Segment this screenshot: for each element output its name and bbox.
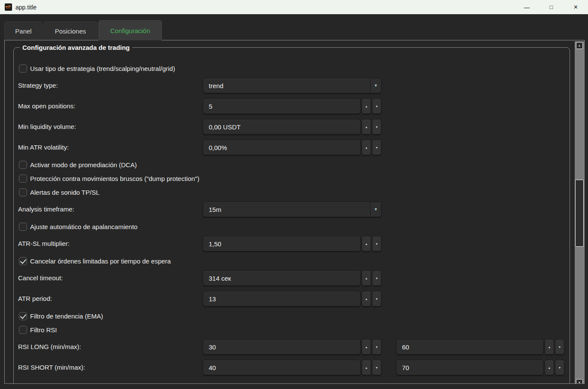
spin-down-button[interactable]: ▼ <box>372 270 381 286</box>
scroll-up-button[interactable]: ▲ <box>576 42 583 49</box>
spin-down-button[interactable]: ▼ <box>372 236 381 251</box>
spinbox-value: 1,50 <box>203 240 360 248</box>
spinbox-field[interactable]: 30 <box>203 339 361 355</box>
spin-up-button[interactable]: ▲ <box>545 360 554 375</box>
maximize-button[interactable]: □ <box>539 0 564 14</box>
spinbox-value: 60 <box>396 343 543 351</box>
spin-up-button[interactable]: ▲ <box>545 339 554 355</box>
spinbox-field[interactable]: 13 <box>203 291 361 306</box>
cancel-limit-orders-checkbox[interactable] <box>19 257 27 265</box>
row-max-open-positions: Max open positions: 5 ▲ ▼ <box>18 98 570 114</box>
field-label: RSI SHORT (min/max): <box>18 360 203 375</box>
atr-sl-multiplier-spinbox[interactable]: 1,50 ▲ ▼ <box>203 236 381 251</box>
row-atr-sl-multiplier: ATR-SL multiplier: 1,50 ▲ ▼ <box>18 236 570 251</box>
row-rsi-filter: Filtro RSI <box>18 325 570 334</box>
row-dca-mode: Activar modo de promediación (DCA) <box>18 160 570 169</box>
use-strategy-checkbox[interactable] <box>19 64 27 73</box>
spinbox-field[interactable]: 60 <box>396 339 544 355</box>
analysis-timeframe-combobox[interactable]: 15m ▼ <box>203 202 381 217</box>
row-dump-protection: Protección contra movimientos bruscos ("… <box>18 174 570 183</box>
spinbox-value: 314 сек <box>203 275 360 282</box>
arrow-up-icon: ▲ <box>365 242 368 245</box>
spinbox-value: 13 <box>203 295 360 303</box>
field-label: RSI LONG (min/max): <box>18 339 203 355</box>
combobox-value: 15m <box>203 206 370 213</box>
min-liquidity-spinbox[interactable]: 0,00 USDT ▲ ▼ <box>203 119 381 135</box>
spinbox-field[interactable]: 70 <box>396 360 544 375</box>
spin-up-button[interactable]: ▲ <box>362 236 371 251</box>
spin-up-button[interactable]: ▲ <box>362 291 371 306</box>
spinbox-field[interactable]: 314 сек <box>203 270 361 286</box>
checkbox-label: Alertas de sonido TP/SL <box>30 189 99 196</box>
tab-posiciones[interactable]: Posiciones <box>43 21 97 40</box>
spinbox-field[interactable]: 1,50 <box>203 236 361 251</box>
strategy-type-combobox[interactable]: trend ▼ <box>203 78 381 93</box>
field-label: Cancel timeout: <box>18 270 203 286</box>
window-title: app.title <box>15 4 37 11</box>
arrow-up-icon: ▲ <box>365 366 368 369</box>
rsi-filter-checkbox[interactable] <box>19 326 27 334</box>
atr-period-spinbox[interactable]: 13 ▲ ▼ <box>203 291 381 306</box>
tab-content-pane: Configuración avanzada de trading Usar t… <box>4 40 585 384</box>
rsi-short-min-spinbox[interactable]: 40 ▲ ▼ <box>203 360 381 375</box>
spin-up-button[interactable]: ▲ <box>362 119 371 135</box>
close-button[interactable]: ✕ <box>564 0 588 14</box>
spin-up-button[interactable]: ▲ <box>362 339 371 355</box>
row-cancel-limit-orders: Cancelar órdenes limitadas por tiempo de… <box>18 257 570 266</box>
auto-leverage-checkbox[interactable] <box>19 223 27 231</box>
spin-up-button[interactable]: ▲ <box>362 140 371 155</box>
row-min-atr-volatility: Min ATR volatility: 0,00% ▲ ▼ <box>18 140 570 155</box>
spin-down-button[interactable]: ▼ <box>372 119 381 135</box>
row-atr-period: ATR period: 13 ▲ ▼ <box>18 291 570 306</box>
arrow-down-icon: ▼ <box>375 126 378 129</box>
field-label: Min liquidity volume: <box>18 119 203 135</box>
field-label: Min ATR volatility: <box>18 140 203 155</box>
arrow-up-icon: ▲ <box>365 346 368 349</box>
spin-down-button[interactable]: ▼ <box>372 360 381 375</box>
scrollbar-thumb[interactable] <box>575 180 584 247</box>
minimize-button[interactable]: — <box>515 0 539 14</box>
spin-down-button[interactable]: ▼ <box>372 140 381 155</box>
scroll-down-button[interactable]: ▼ <box>576 379 583 384</box>
rsi-long-min-spinbox[interactable]: 30 ▲ ▼ <box>203 339 381 355</box>
arrow-down-icon: ▼ <box>375 346 378 349</box>
checkmark-icon <box>20 312 27 319</box>
cancel-timeout-spinbox[interactable]: 314 сек ▲ ▼ <box>203 270 381 286</box>
vertical-scrollbar[interactable]: ▲ ▼ <box>575 41 584 384</box>
rsi-long-max-spinbox[interactable]: 60 ▲ ▼ <box>396 339 564 355</box>
spin-down-button[interactable]: ▼ <box>555 360 564 375</box>
combobox-field[interactable]: 15m ▼ <box>203 202 381 217</box>
dump-protection-checkbox[interactable] <box>19 175 27 183</box>
spin-down-button[interactable]: ▼ <box>372 339 381 355</box>
dca-mode-checkbox[interactable] <box>19 161 27 169</box>
spinbox-field[interactable]: 5 <box>203 98 361 114</box>
spinbox-field[interactable]: 0,00 USDT <box>203 119 361 135</box>
spin-down-button[interactable]: ▼ <box>555 339 564 355</box>
row-min-liquidity-volume: Min liquidity volume: 0,00 USDT ▲ ▼ <box>18 119 570 135</box>
dropdown-button[interactable]: ▼ <box>370 78 381 93</box>
ema-filter-checkbox[interactable] <box>19 312 27 320</box>
spin-down-button[interactable]: ▼ <box>372 98 381 114</box>
field-label: ATR period: <box>18 291 203 306</box>
sound-alerts-checkbox[interactable] <box>19 188 27 196</box>
tab-panel[interactable]: Panel <box>4 21 43 40</box>
tab-bar: Panel Posiciones Configuración <box>0 20 588 40</box>
row-sound-alerts: Alertas de sonido TP/SL <box>18 188 570 197</box>
dropdown-button[interactable]: ▼ <box>370 202 381 217</box>
spin-up-button[interactable]: ▲ <box>362 270 371 286</box>
combobox-field[interactable]: trend ▼ <box>203 78 381 93</box>
spinbox-field[interactable]: 40 <box>203 360 361 375</box>
spin-down-button[interactable]: ▼ <box>372 291 381 306</box>
arrow-up-icon: ▲ <box>578 44 581 47</box>
arrow-up-icon: ▲ <box>365 297 368 300</box>
spin-up-button[interactable]: ▲ <box>362 360 371 375</box>
spinbox-field[interactable]: 0,00% <box>203 140 361 155</box>
arrow-up-icon: ▲ <box>365 105 368 108</box>
rsi-short-max-spinbox[interactable]: 70 ▲ ▼ <box>396 360 564 375</box>
max-open-positions-spinbox[interactable]: 5 ▲ ▼ <box>203 98 381 114</box>
row-use-strategy: Usar tipo de estrategia (trend/scalping/… <box>18 64 570 73</box>
checkbox-label: Ajuste automático de apalancamiento <box>30 223 137 230</box>
spin-up-button[interactable]: ▲ <box>362 98 371 114</box>
min-atr-volatility-spinbox[interactable]: 0,00% ▲ ▼ <box>203 140 381 155</box>
tab-configuracion[interactable]: Configuración <box>98 20 162 40</box>
